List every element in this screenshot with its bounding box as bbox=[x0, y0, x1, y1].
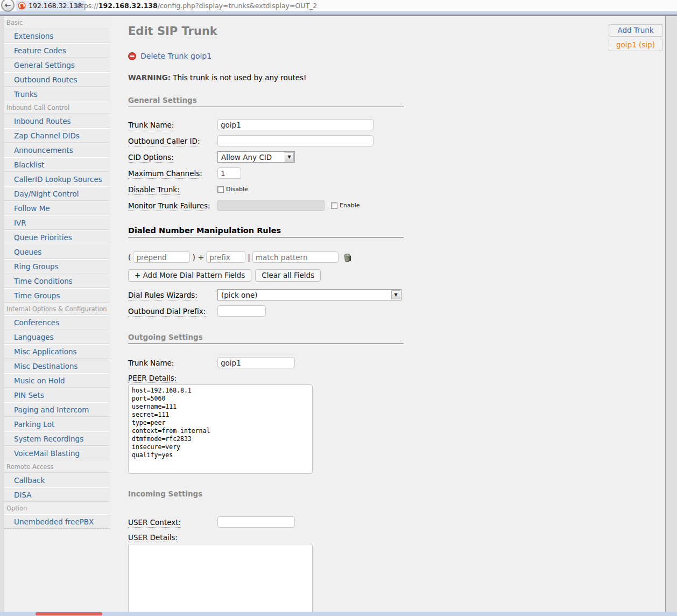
sidebar-item-callerid-lookup-sources[interactable]: CallerID Lookup Sources bbox=[4, 172, 110, 186]
sidebar-item-follow-me[interactable]: Follow Me bbox=[4, 201, 110, 215]
sidebar-item-announcements[interactable]: Announcements bbox=[4, 143, 110, 157]
dial-pattern-row: ( ) + | bbox=[128, 251, 404, 263]
chevron-down-icon: ▼ bbox=[285, 152, 294, 162]
sidebar-item-callback[interactable]: Callback bbox=[4, 473, 110, 487]
monitor-failures-label: Monitor Trunk Failures: bbox=[128, 201, 217, 210]
add-trunk-button[interactable]: Add Trunk bbox=[609, 24, 662, 37]
bottom-scroll-thumb[interactable] bbox=[36, 612, 102, 615]
close-paren-plus: ) + bbox=[192, 253, 204, 262]
page-title: Edit SIP Trunk bbox=[128, 25, 404, 38]
warning-prefix: WARNING: bbox=[128, 73, 171, 82]
trash-icon[interactable] bbox=[343, 253, 352, 262]
user-context-row: USER Context: bbox=[128, 516, 404, 528]
warning-text: This trunk is not used by any routes! bbox=[173, 73, 306, 82]
outbound-callerid-row: Outbound Caller ID: bbox=[128, 135, 404, 146]
sidebar-item-paging-and-intercom[interactable]: Paging and Intercom bbox=[4, 402, 110, 417]
sidebar-item-disa[interactable]: DISA bbox=[4, 487, 110, 502]
trunk-goip1-link[interactable]: goip1 (sip) bbox=[609, 39, 662, 51]
sidebar-item-time-conditions[interactable]: Time Conditions bbox=[4, 274, 110, 288]
delete-trunk-row: Delete Trunk goip1 bbox=[128, 52, 404, 60]
match-pattern-input[interactable] bbox=[252, 251, 338, 263]
main-content: Edit SIP Trunk Delete Trunk goip1 WARNIN… bbox=[128, 22, 404, 616]
trunk-name-label: Trunk Name: bbox=[128, 121, 217, 129]
outbound-prefix-input[interactable] bbox=[217, 305, 266, 317]
outgoing-trunk-name-label: Trunk Name: bbox=[128, 359, 217, 367]
chevron-down-icon: ▼ bbox=[391, 290, 400, 299]
sidebar-section-header: Basic bbox=[4, 16, 110, 29]
user-context-label: USER Context: bbox=[128, 518, 217, 527]
url-bar[interactable]: https://192.168.32.138/config.php?displa… bbox=[74, 2, 317, 10]
sidebar-item-misc-destinations[interactable]: Misc Destinations bbox=[4, 359, 110, 373]
sidebar-item-conferences[interactable]: Conferences bbox=[4, 315, 110, 330]
back-button[interactable]: ← bbox=[1, 0, 15, 12]
prepend-input[interactable] bbox=[133, 251, 190, 263]
chrome-border-strip bbox=[0, 15, 677, 16]
section-divider bbox=[128, 237, 404, 237]
sidebar-item-general-settings[interactable]: General Settings bbox=[4, 58, 110, 72]
sidebar-section-header: Remote Access bbox=[4, 460, 110, 473]
general-settings-form: Trunk Name: Outbound Caller ID: CID Opti… bbox=[128, 119, 404, 211]
user-details-label: USER Details: bbox=[128, 533, 404, 542]
delete-trunk-link[interactable]: Delete Trunk goip1 bbox=[140, 52, 211, 60]
sidebar-item-zap-channel-dids[interactable]: Zap Channel DIDs bbox=[4, 128, 110, 143]
outgoing-trunk-name-input[interactable] bbox=[217, 357, 295, 368]
enable-checkbox[interactable] bbox=[331, 202, 337, 209]
outbound-callerid-label: Outbound Caller ID: bbox=[128, 137, 217, 145]
sidebar-item-pin-sets[interactable]: PIN Sets bbox=[4, 388, 110, 402]
sidebar-section-header: Option bbox=[4, 502, 110, 514]
max-channels-input[interactable] bbox=[217, 167, 241, 179]
cid-options-select[interactable]: Allow Any CID ▼ bbox=[217, 151, 295, 163]
sidebar-section-header: Internal Options & Configuration bbox=[4, 303, 110, 315]
sidebar-item-extensions[interactable]: Extensions bbox=[4, 29, 110, 43]
sidebar-item-trunks[interactable]: Trunks bbox=[4, 87, 110, 101]
enable-checkbox-label: Enable bbox=[340, 202, 359, 209]
outbound-prefix-label: Outbound Dial Prefix: bbox=[128, 307, 217, 316]
clear-fields-button[interactable]: Clear all Fields bbox=[255, 269, 321, 282]
outbound-callerid-input[interactable] bbox=[217, 135, 373, 146]
peer-details-label: PEER Details: bbox=[128, 374, 404, 382]
sidebar-item-ivr[interactable]: IVR bbox=[4, 215, 110, 230]
section-divider bbox=[128, 107, 404, 107]
pipe-separator: | bbox=[248, 253, 250, 262]
sidebar-item-parking-lot[interactable]: Parking Lot bbox=[4, 417, 110, 431]
trunk-name-row: Trunk Name: bbox=[128, 119, 404, 130]
sidebar-item-blacklist[interactable]: Blacklist bbox=[4, 157, 110, 172]
dial-rules-heading: Dialed Number Manipulation Rules bbox=[128, 226, 404, 235]
sidebar-item-outbound-routes[interactable]: Outbound Routes bbox=[4, 72, 110, 87]
sidebar-item-day-night-control[interactable]: Day/Night Control bbox=[4, 186, 110, 201]
sidebar-item-voicemail-blasting[interactable]: VoiceMail Blasting bbox=[4, 446, 110, 460]
sidebar-item-queues[interactable]: Queues bbox=[4, 244, 110, 259]
bottom-scroll-bar[interactable] bbox=[0, 612, 677, 616]
add-dial-pattern-button[interactable]: + Add More Dial Pattern Fields bbox=[128, 269, 251, 282]
dial-wizards-label: Dial Rules Wizards: bbox=[128, 291, 217, 299]
sidebar-item-ring-groups[interactable]: Ring Groups bbox=[4, 259, 110, 274]
prefix-input[interactable] bbox=[206, 251, 245, 263]
user-context-input[interactable] bbox=[217, 516, 295, 528]
browser-chrome: ← 192.168.32.138 https://192.168.32.138/… bbox=[0, 0, 677, 11]
peer-details-textarea[interactable] bbox=[128, 384, 313, 474]
disable-checkbox[interactable] bbox=[217, 186, 224, 193]
url-scheme: https:// bbox=[74, 2, 98, 10]
dial-wizards-select[interactable]: (pick one) ▼ bbox=[217, 289, 401, 300]
url-separator bbox=[70, 1, 70, 10]
dial-wizards-value: (pick one) bbox=[218, 291, 261, 299]
trunk-name-input[interactable] bbox=[217, 119, 373, 130]
cid-options-value: Allow Any CID bbox=[218, 153, 275, 162]
monitor-failures-input[interactable] bbox=[217, 200, 325, 211]
sidebar-item-time-groups[interactable]: Time Groups bbox=[4, 288, 110, 303]
trunk-actions-panel: Add Trunk goip1 (sip) bbox=[609, 24, 662, 53]
sidebar-item-feature-codes[interactable]: Feature Codes bbox=[4, 43, 110, 58]
user-details-textarea[interactable] bbox=[128, 544, 313, 616]
outbound-prefix-row: Outbound Dial Prefix: bbox=[128, 305, 404, 317]
url-host: 192.168.32.138 bbox=[98, 2, 158, 10]
sidebar-item-misc-applications[interactable]: Misc Applications bbox=[4, 344, 110, 359]
max-channels-label: Maximum Channels: bbox=[128, 169, 217, 178]
open-paren: ( bbox=[128, 253, 131, 262]
sidebar-item-languages[interactable]: Languages bbox=[4, 330, 110, 344]
sidebar-item-music-on-hold[interactable]: Music on Hold bbox=[4, 373, 110, 388]
sidebar-item-system-recordings[interactable]: System Recordings bbox=[4, 431, 110, 446]
sidebar: BasicExtensionsFeature CodesGeneral Sett… bbox=[4, 16, 110, 529]
sidebar-item-unembedded-freepbx[interactable]: Unembedded freePBX bbox=[4, 514, 110, 529]
sidebar-item-inbound-routes[interactable]: Inbound Routes bbox=[4, 114, 110, 128]
sidebar-item-queue-priorities[interactable]: Queue Priorities bbox=[4, 230, 110, 244]
